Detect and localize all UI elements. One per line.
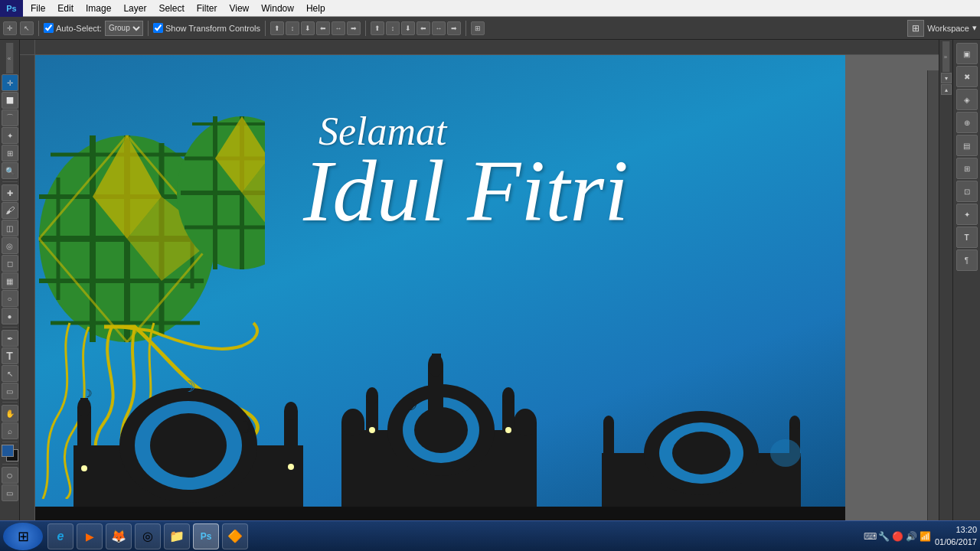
- tool-quick-select[interactable]: ✦: [2, 127, 18, 144]
- dist-hcenter-icon[interactable]: ↔: [432, 21, 446, 35]
- align-right-icon[interactable]: ➡: [347, 21, 361, 35]
- align-bottom-icon[interactable]: ⬇: [301, 21, 315, 35]
- tool-gradient[interactable]: ▦: [2, 272, 18, 289]
- tool-dodge[interactable]: ●: [2, 308, 18, 324]
- auto-select-type[interactable]: Group Layer: [105, 21, 143, 36]
- tool-hand[interactable]: ✋: [2, 405, 18, 422]
- panel-tool-5[interactable]: ▤: [956, 135, 978, 156]
- auto-select-checkbox[interactable]: [44, 23, 54, 33]
- taskbar-icon-explorer[interactable]: 📁: [164, 523, 190, 549]
- menu-view[interactable]: View: [223, 2, 255, 15]
- tool-lasso[interactable]: ⌒: [2, 109, 18, 126]
- align-hcenter-icon[interactable]: ↔: [332, 21, 345, 35]
- tool-zoom[interactable]: ⌕: [2, 422, 18, 439]
- start-button[interactable]: ⊞: [3, 523, 43, 550]
- taskbar-icon-firefox[interactable]: 🦊: [106, 523, 132, 549]
- panel-tool-2[interactable]: ✖: [956, 66, 978, 87]
- dist-left-icon[interactable]: ⬅: [416, 21, 430, 35]
- dist-bottom-icon[interactable]: ⬇: [401, 21, 415, 35]
- idul-fitri-text-content: Idul Fitri: [303, 142, 629, 240]
- workspace-dropdown-arrow[interactable]: ▾: [972, 23, 977, 33]
- menu-layer[interactable]: Layer: [117, 2, 152, 15]
- menu-image[interactable]: Image: [80, 2, 117, 15]
- move-tool-icon[interactable]: ✛: [3, 21, 17, 35]
- lt-sep-5: [2, 464, 18, 465]
- dist-top-icon[interactable]: ⬆: [371, 21, 384, 35]
- tray-icon-5[interactable]: 📶: [920, 530, 932, 543]
- taskbar-icon-vlc[interactable]: 🔶: [222, 523, 248, 549]
- workspace-icon: ⊞: [907, 20, 924, 37]
- svg-point-38: [288, 464, 294, 470]
- tool-heal[interactable]: ✚: [2, 184, 18, 201]
- left-toolbar-collapse[interactable]: «: [6, 43, 14, 73]
- move-tool-arrow[interactable]: ↖: [20, 21, 34, 35]
- tray-icon-2[interactable]: 🔧: [878, 530, 890, 543]
- menu-help[interactable]: Help: [300, 2, 332, 15]
- right-panel-collapse[interactable]: »: [942, 41, 950, 72]
- options-bar: ✛ ↖ Auto-Select: Group Layer Show Transf…: [0, 17, 980, 40]
- align-vcenter-icon[interactable]: ↕: [286, 21, 299, 35]
- system-tray: ⌨ 🔧 🔴 🔊 📶: [864, 530, 932, 543]
- align-left-icon[interactable]: ⬅: [316, 21, 330, 35]
- tool-quick-mask[interactable]: ○: [2, 467, 18, 484]
- tool-eraser[interactable]: ◻: [2, 255, 18, 272]
- lt-sep-3: [2, 402, 18, 403]
- menu-select[interactable]: Select: [152, 2, 190, 15]
- rp-btn-2[interactable]: ▴: [941, 84, 952, 95]
- tool-screen-mode[interactable]: ▭: [2, 484, 18, 501]
- tool-clone[interactable]: ◫: [2, 220, 18, 236]
- panel-tool-4[interactable]: ⊕: [956, 112, 978, 133]
- canvas[interactable]: Selamat Idul Fitri: [35, 55, 939, 534]
- dist-right-icon[interactable]: ➡: [447, 21, 461, 35]
- menu-file[interactable]: File: [24, 2, 51, 15]
- panel-tool-9[interactable]: T: [956, 227, 978, 248]
- tool-brush[interactable]: 🖌: [2, 202, 18, 219]
- tool-select-rect[interactable]: ⬜: [2, 92, 18, 109]
- menu-filter[interactable]: Filter: [191, 2, 224, 15]
- lt-sep-2: [2, 327, 18, 328]
- workspace-button[interactable]: ⊞ Workspace ▾: [907, 20, 977, 37]
- tray-icon-4[interactable]: 🔊: [906, 530, 918, 543]
- tool-history[interactable]: ◎: [2, 237, 18, 254]
- auto-select-label: Auto-Select:: [44, 23, 102, 33]
- rp-btn-1[interactable]: ▾: [941, 73, 952, 83]
- svg-text:☽: ☽: [403, 395, 418, 414]
- svg-text:☽: ☽: [83, 387, 93, 399]
- panel-tool-3[interactable]: ◈: [956, 89, 978, 110]
- tool-eyedropper[interactable]: 🔍: [2, 162, 18, 179]
- menu-window[interactable]: Window: [255, 2, 300, 15]
- foreground-color-swatch[interactable]: [2, 445, 14, 457]
- svg-text:☽: ☽: [432, 354, 444, 355]
- dist-vcenter-icon[interactable]: ↕: [386, 21, 400, 35]
- tray-icon-3[interactable]: 🔴: [892, 530, 904, 543]
- taskbar-icon-photoshop[interactable]: Ps: [193, 523, 219, 549]
- tool-shape[interactable]: ▭: [2, 383, 18, 399]
- svg-text:☽: ☽: [182, 378, 196, 395]
- tool-crop[interactable]: ⊞: [2, 145, 18, 161]
- panel-tool-10[interactable]: ¶: [956, 249, 978, 271]
- ruler-left: [20, 55, 35, 534]
- canvas-container[interactable]: Selamat Idul Fitri: [20, 40, 939, 534]
- tray-icon-1[interactable]: ⌨: [864, 530, 877, 543]
- artwork: Selamat Idul Fitri: [35, 55, 845, 534]
- arrange-icon[interactable]: ⊞: [471, 21, 485, 35]
- panel-tool-6[interactable]: ⊞: [956, 158, 978, 179]
- tool-path-select[interactable]: ↖: [2, 365, 18, 382]
- taskbar-icon-media[interactable]: ▶: [77, 523, 103, 549]
- align-top-icon[interactable]: ⬆: [270, 21, 284, 35]
- transform-controls-checkbox[interactable]: [153, 23, 163, 33]
- color-swatches[interactable]: [2, 445, 18, 461]
- tool-text[interactable]: T: [2, 347, 18, 364]
- taskbar-icon-ie[interactable]: e: [47, 523, 74, 549]
- tool-pen[interactable]: ✒: [2, 330, 18, 347]
- tool-blur[interactable]: ○: [2, 290, 18, 307]
- panel-tool-1[interactable]: ▣: [956, 43, 978, 64]
- panel-tool-8[interactable]: ✦: [956, 204, 978, 225]
- clock-time: 13:20: [935, 524, 977, 536]
- canvas-scroll-right[interactable]: [927, 70, 939, 523]
- menu-edit[interactable]: Edit: [51, 2, 80, 15]
- taskbar-icon-chrome[interactable]: ◎: [135, 523, 161, 549]
- toolbar-sep-3: [265, 21, 266, 36]
- panel-tool-7[interactable]: ⊡: [956, 181, 978, 202]
- tool-move[interactable]: ✛: [2, 74, 18, 91]
